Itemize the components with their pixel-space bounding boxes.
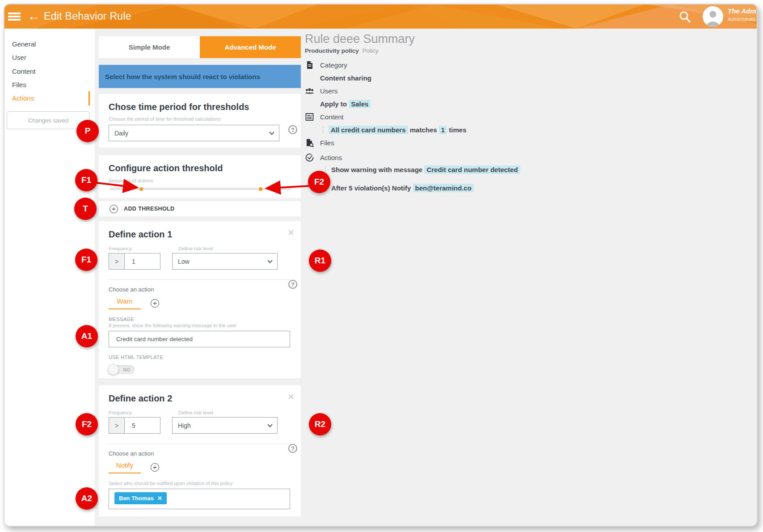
- add-action-icon[interactable]: +: [151, 299, 159, 308]
- tab-simple-mode[interactable]: Simple Mode: [99, 36, 200, 58]
- category-label: Category: [320, 61, 347, 69]
- recipient-chip[interactable]: Ben Thomas ✕: [114, 492, 167, 504]
- toggle-state: NO: [123, 367, 131, 372]
- message-label: MESSAGE: [109, 317, 291, 322]
- content-count: 1: [439, 126, 447, 134]
- content-tail: times: [449, 126, 466, 134]
- remove-recipient-icon[interactable]: ✕: [157, 495, 162, 502]
- help-icon[interactable]: ?: [288, 444, 297, 453]
- notify-line-email: ben@teramind.co: [413, 184, 474, 192]
- frequency-input[interactable]: [125, 417, 160, 434]
- summary-category-row: Category: [305, 60, 582, 70]
- frequency-input[interactable]: [125, 253, 160, 270]
- actions-detail-block: Show warning with message Credit card nu…: [325, 166, 582, 192]
- annotation-badge-f1-action1: F1: [75, 249, 97, 271]
- use-html-template-label: USE HTML TEMPLATE: [109, 355, 291, 360]
- active-item-indicator: [89, 91, 90, 106]
- frequency-operator-button[interactable]: >: [109, 417, 125, 434]
- add-threshold-button[interactable]: + ADD THRESHOLD: [99, 201, 301, 216]
- recipients-input[interactable]: Ben Thomas ✕: [109, 489, 290, 509]
- sidebar-item-general[interactable]: General: [12, 40, 36, 48]
- sidebar-item-actions[interactable]: Actions: [12, 94, 34, 102]
- warn-line-message: Credit card number detected: [424, 165, 520, 174]
- menu-icon[interactable]: [8, 11, 21, 22]
- threshold-hint: Sequence of actions: [109, 178, 291, 183]
- time-period-title: Chose time period for thresholds: [109, 102, 291, 112]
- frequency-label: Frequency: [109, 410, 178, 415]
- policy-suffix: Policy: [363, 47, 379, 54]
- html-template-toggle[interactable]: NO: [109, 365, 135, 374]
- annotation-badge-r1: R1: [309, 249, 331, 272]
- rule-summary-panel: Rule deee Summary Productivity policy Po…: [305, 32, 582, 203]
- policy-name: Productivity policy: [305, 47, 359, 54]
- app-window: ← Edit Behavior Rule The Adm Administrat…: [4, 4, 758, 527]
- notify-hint: Select who should be notified upon viola…: [109, 481, 291, 486]
- mode-tabs: Simple Mode Advanced Mode: [99, 36, 301, 58]
- help-icon[interactable]: ?: [288, 280, 297, 289]
- page-title: Edit Behavior Rule: [44, 10, 131, 22]
- threshold-slider-track[interactable]: [110, 188, 291, 190]
- action-tab-notify[interactable]: Notify: [109, 461, 141, 473]
- content-condition-line: All credit card numbers matches 1 times: [323, 126, 582, 134]
- risk-label: Define risk level: [178, 410, 213, 415]
- app-header: ← Edit Behavior Rule The Adm Administrat…: [4, 4, 757, 29]
- users-label: Users: [320, 87, 337, 95]
- check-circle-icon: [305, 153, 314, 162]
- user-role: Administrato: [728, 17, 757, 22]
- chevron-down-icon: [267, 422, 272, 427]
- add-action-icon[interactable]: +: [151, 463, 159, 472]
- frequency-label: Frequency: [109, 246, 178, 251]
- action-tab-warn[interactable]: Warn: [109, 297, 141, 309]
- risk-select[interactable]: High: [172, 417, 278, 434]
- tab-advanced-mode[interactable]: Advanced Mode: [200, 36, 301, 58]
- notify-line-text: After 5 violation(s) Notify: [331, 184, 411, 192]
- summary-content-row: Content: [305, 112, 582, 122]
- apply-label: Apply to: [320, 100, 347, 108]
- time-period-hint: Choose the period of time for threshold …: [109, 116, 291, 122]
- annotation-badge-f1: F1: [75, 169, 97, 191]
- content-label: Content: [320, 113, 344, 121]
- apply-to-line: Apply to Sales: [320, 100, 582, 108]
- action2-title: Define action 2: [109, 393, 291, 404]
- apply-value: Sales: [349, 100, 371, 108]
- threshold-handle-1[interactable]: [139, 187, 143, 191]
- annotation-badge-f2-action2: F2: [76, 413, 98, 435]
- list-icon: [305, 112, 314, 122]
- period-select[interactable]: Daily: [109, 125, 279, 141]
- summary-actions-row: Actions: [305, 153, 582, 162]
- threshold-handle-2[interactable]: [259, 187, 262, 191]
- sidebar-item-files[interactable]: Files: [12, 81, 26, 89]
- summary-title: Rule deee Summary: [305, 32, 582, 46]
- files-label: Files: [320, 139, 334, 147]
- annotation-badge-p: P: [76, 120, 99, 142]
- choose-action-label: Choose an action: [109, 450, 291, 457]
- chevron-down-icon: [269, 130, 274, 135]
- search-icon[interactable]: [678, 10, 692, 24]
- sidebar-item-content[interactable]: Content: [12, 68, 36, 75]
- back-arrow-icon[interactable]: ←: [28, 9, 40, 23]
- sidebar-item-user[interactable]: User: [12, 54, 26, 61]
- action-warn-line: Show warning with message Credit card nu…: [331, 166, 582, 173]
- annotation-badge-t: T: [74, 198, 97, 220]
- help-icon[interactable]: ?: [288, 125, 297, 134]
- choose-action-label: Choose an action: [109, 286, 291, 293]
- threshold-title: Configure action threshold: [109, 163, 291, 173]
- user-info[interactable]: The Adm Administrato: [728, 7, 757, 22]
- user-name: The Adm: [728, 7, 757, 15]
- frequency-operator-button[interactable]: >: [109, 253, 125, 270]
- summary-users-row: Users: [305, 86, 582, 96]
- risk-select[interactable]: Low: [172, 253, 278, 270]
- close-icon[interactable]: ✕: [287, 392, 295, 402]
- action1-title: Define action 1: [109, 229, 291, 240]
- annotation-badge-f2: F2: [308, 171, 330, 193]
- divider: [109, 279, 291, 280]
- warning-message-input[interactable]: [109, 331, 290, 347]
- close-icon[interactable]: ✕: [287, 228, 295, 238]
- recipient-name: Ben Thomas: [119, 495, 154, 502]
- sidebar: General User Content Files Actions Chang…: [4, 29, 95, 527]
- avatar[interactable]: [703, 6, 723, 27]
- action-notify-line: After 5 violation(s) Notify ben@teramind…: [331, 184, 582, 192]
- define-action-2-card: ✕ Define action 2 Frequency Define risk …: [99, 385, 301, 516]
- annotation-badge-a2: A2: [76, 487, 98, 510]
- category-value: Content sharing: [320, 74, 582, 82]
